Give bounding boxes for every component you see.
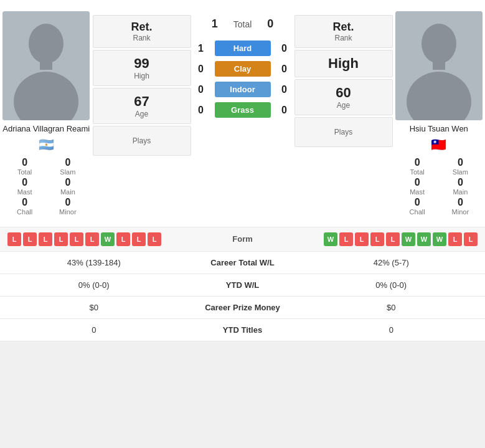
form-badge-p1-5: L: [70, 232, 83, 246]
ytd-titles-right: 0: [305, 325, 478, 335]
ytd-titles-left: 0: [7, 325, 181, 335]
player2-slam-cell: 0 Slam: [442, 157, 479, 176]
form-label: Form: [205, 234, 280, 244]
player2-slam-value: 0: [442, 157, 479, 168]
player1-silhouette: [2, 11, 90, 120]
career-total-left: 43% (139-184): [7, 258, 181, 267]
player1-card: Adriana Villagran Reami 🇦🇷 0 Total 0 Sla…: [0, 6, 93, 221]
player2-chall-cell: 0 Chall: [399, 197, 436, 216]
player2-plays-label: Plays: [298, 123, 390, 141]
form-badge-p1-6: L: [85, 232, 99, 246]
total-right: 0: [263, 17, 278, 31]
center-column: 1 Total 0 1 Hard 0 0 Clay 0 0 Indoor 0 0: [191, 6, 294, 221]
grass-right: 0: [277, 105, 292, 116]
hard-btn: Hard: [215, 41, 271, 56]
form-badge-p1-9: L: [132, 232, 146, 246]
player1-minor-cell: 0 Minor: [49, 197, 86, 216]
player1-age-box: 67 Age: [93, 88, 191, 124]
form-badge-p1-1: L: [7, 232, 21, 246]
ytd-wl-right: 0% (0-0): [305, 280, 478, 290]
ytd-wl-left: 0% (0-0): [7, 280, 181, 290]
player1-high-label: High: [96, 72, 188, 80]
form-badge-p1-2: L: [23, 232, 37, 246]
player2-age-box: 60 Age: [294, 79, 393, 115]
player2-age-label: Age: [298, 101, 390, 110]
player2-avatar: [395, 11, 483, 120]
form-badge-p1-8: L: [116, 232, 130, 246]
player1-chall-value: 0: [6, 197, 43, 208]
player1-rank-value: Ret.: [96, 21, 188, 34]
player1-form-badges: L L L L L L W L L L: [7, 232, 205, 246]
player2-minor-value: 0: [442, 197, 479, 208]
clay-right: 0: [277, 64, 292, 75]
player2-total-cell: 0 Total: [399, 157, 436, 176]
form-badge-p1-3: L: [39, 232, 52, 246]
player2-rank-label: Rank: [298, 34, 390, 42]
player2-chall-value: 0: [399, 197, 436, 208]
player1-total-cell: 0 Total: [6, 157, 43, 176]
player2-stats-grid: 0 Total 0 Slam 0 Mast 0 Main 0 Chall: [395, 157, 483, 216]
player2-form-badges: W L L L L W W W L L: [280, 232, 478, 246]
player2-slam-label: Slam: [442, 168, 479, 176]
player2-rank-box: Ret. Rank: [294, 15, 393, 48]
player1-middle-panel: Ret. Rank 99 High 67 Age Plays: [93, 6, 191, 221]
grass-btn: Grass: [215, 102, 271, 118]
ytd-titles-label: YTD Titles: [181, 325, 305, 335]
player1-slam-value: 0: [49, 157, 86, 168]
svg-rect-3: [40, 60, 52, 70]
total-row: 1 Total 0: [207, 17, 278, 31]
player2-high-value: High: [298, 55, 390, 72]
player1-mast-value: 0: [6, 177, 43, 188]
player1-avatar: [2, 11, 90, 120]
form-badge-p1-10: L: [148, 232, 161, 246]
total-left: 1: [207, 17, 222, 31]
player1-rank-box: Ret. Rank: [93, 15, 191, 48]
player2-rank-value: Ret.: [298, 21, 390, 34]
player1-main-cell: 0 Main: [49, 177, 86, 196]
form-badge-p2-8: W: [433, 232, 446, 246]
form-badge-p2-3: L: [355, 232, 369, 246]
player2-high-box: High: [294, 50, 393, 77]
player1-chall-label: Chall: [6, 208, 43, 216]
career-prize-right: $0: [305, 303, 478, 312]
comparison-section: Adriana Villagran Reami 🇦🇷 0 Total 0 Sla…: [0, 0, 485, 227]
grass-left: 0: [194, 105, 209, 116]
total-label: Total: [233, 19, 252, 29]
player1-name: Adriana Villagran Reami: [2, 124, 90, 135]
indoor-left: 0: [194, 84, 209, 95]
player2-card: Hsiu Tsuan Wen 🇹🇼 0 Total 0 Slam 0 Mast …: [393, 6, 486, 221]
player2-silhouette: [395, 11, 483, 120]
form-badge-p2-5: L: [386, 232, 400, 246]
player1-total-label: Total: [6, 168, 43, 176]
player2-total-label: Total: [399, 168, 436, 176]
form-row: L L L L L L W L L L Form W L L L L W W: [0, 227, 485, 252]
form-badge-p2-9: L: [448, 232, 462, 246]
player1-high-box: 99 High: [93, 50, 191, 86]
player1-plays-label: Plays: [96, 131, 188, 150]
player1-stats-grid: 0 Total 0 Slam 0 Mast 0 Main 0 Chall: [2, 157, 90, 216]
player1-total-value: 0: [6, 157, 43, 168]
ytd-titles-row: 0 YTD Titles 0: [0, 319, 485, 341]
form-badge-p2-1: W: [324, 232, 337, 246]
indoor-right: 0: [277, 84, 292, 95]
clay-btn: Clay: [215, 61, 271, 77]
player1-main-label: Main: [49, 188, 86, 196]
player2-main-cell: 0 Main: [442, 177, 479, 196]
player1-age-label: Age: [96, 110, 188, 118]
player2-chall-label: Chall: [399, 208, 436, 216]
player2-flag: 🇹🇼: [431, 137, 446, 152]
player1-slam-label: Slam: [49, 168, 86, 176]
player1-high-value: 99: [96, 55, 188, 72]
form-badge-p2-2: L: [339, 232, 353, 246]
player2-middle-panel: Ret. Rank High 60 Age Plays: [294, 6, 393, 221]
ytd-wl-label: YTD W/L: [181, 280, 305, 290]
player2-mast-value: 0: [399, 177, 436, 188]
form-badge-p1-7: W: [101, 232, 115, 246]
surface-row-hard: 1 Hard 0: [194, 41, 292, 56]
hard-left: 1: [194, 43, 209, 54]
bottom-section: L L L L L L W L L L Form W L L L L W W: [0, 227, 485, 341]
player2-name: Hsiu Tsuan Wen: [410, 124, 468, 135]
svg-rect-7: [433, 60, 445, 70]
player1-rank-label: Rank: [96, 34, 188, 42]
player1-flag: 🇦🇷: [39, 137, 54, 152]
